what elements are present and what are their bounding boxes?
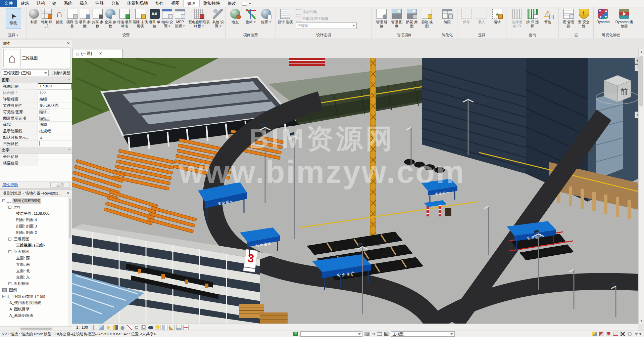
- macro-security-button[interactable]: 宏 安全性: [577, 8, 591, 30]
- select-links-icon[interactable]: [592, 332, 597, 336]
- hidden-lines-value[interactable]: 按规程: [38, 128, 72, 134]
- close-icon[interactable]: [67, 191, 70, 196]
- zone-info-value[interactable]: [38, 154, 72, 160]
- visual-style-icon[interactable]: [99, 325, 104, 330]
- phases-button[interactable]: 阶段: [441, 8, 454, 30]
- decal-types-button[interactable]: 贴花 类型: [405, 8, 418, 30]
- floor-info-value[interactable]: [38, 160, 72, 166]
- tree-item[interactable]: 立面: 南: [0, 261, 72, 268]
- browser-hscrollbar[interactable]: [0, 326, 72, 331]
- view-scale[interactable]: 1 : 100: [74, 325, 90, 329]
- modify-button[interactable]: 修改: [6, 8, 21, 29]
- tree-item[interactable]: 剖面: 剖面 4: [0, 217, 72, 223]
- macro-manager-button[interactable]: 宏 管理器: [562, 8, 575, 30]
- tree-item[interactable]: 楼层平面: 1138.000: [0, 210, 72, 217]
- shadows-icon[interactable]: [113, 325, 118, 330]
- exclude-options-icon[interactable]: [384, 332, 389, 336]
- tree-item-schedules[interactable]: 明细表/数量 (全部): [0, 293, 72, 300]
- worksharing-display-icon[interactable]: [293, 332, 298, 336]
- apply-button[interactable]: 应用: [50, 182, 70, 188]
- render-dialog-icon[interactable]: [120, 325, 125, 330]
- tree-item[interactable]: 立面视图: [0, 249, 72, 255]
- tab-manage[interactable]: 管理: [183, 0, 200, 7]
- highlight-displacement-icon[interactable]: [176, 325, 182, 330]
- edit-selection-button[interactable]: 编辑: [491, 8, 504, 30]
- section-text[interactable]: 文字⌃: [0, 147, 72, 154]
- coordinates-button[interactable]: 坐标: [244, 8, 257, 30]
- reveal-hidden-elements-icon[interactable]: [155, 325, 160, 330]
- ribbon-display-toggle[interactable]: [242, 0, 251, 7]
- purge-unused-button[interactable]: 清除 未使用项: [133, 8, 148, 30]
- position-button[interactable]: 位置: [259, 8, 273, 30]
- tab-collaborate[interactable]: 协作: [152, 0, 167, 7]
- sun-path-icon[interactable]: [106, 325, 111, 330]
- select-by-id-button[interactable]: 按 ID 选择: [526, 8, 539, 30]
- type-selector[interactable]: 三维视图: {三维}: [2, 70, 49, 76]
- tab-massing-site[interactable]: 体量和场地: [123, 0, 152, 7]
- active-design-option-select[interactable]: 主模型: [296, 23, 357, 29]
- tree-item[interactable]: 剖面: 剖面 2: [0, 229, 72, 236]
- starting-view-button[interactable]: 启动 视图: [420, 8, 434, 30]
- hide-analytical-model-icon[interactable]: [169, 325, 175, 330]
- editing-requests-icon[interactable]: [364, 332, 369, 336]
- browser-vscrollbar[interactable]: [68, 197, 72, 326]
- tree-item[interactable]: 面积视图: [0, 281, 72, 287]
- tree-item-current-view[interactable]: 三维视图: {三维}: [0, 242, 72, 249]
- select-pinned-icon[interactable]: [606, 332, 611, 336]
- file-tab[interactable]: 文件: [0, 0, 17, 7]
- tree-item-legends[interactable]: 图例: [0, 287, 72, 293]
- view-scale-value[interactable]: 1 : 100: [38, 83, 72, 89]
- tab-view[interactable]: 视图: [167, 0, 183, 7]
- edit-type-button[interactable]: 编辑类型: [50, 70, 70, 76]
- transfer-standards-button[interactable]: 传递 项目标准: [117, 8, 132, 30]
- tab-architecture[interactable]: 建筑: [17, 0, 33, 7]
- tree-item[interactable]: 三维视图: [0, 236, 72, 242]
- tree-item[interactable]: 立面: 东: [0, 274, 72, 281]
- tab-addins[interactable]: 附加模块: [200, 0, 224, 7]
- design-options-select[interactable]: 主模型: [391, 331, 455, 337]
- tab-insert[interactable]: 插入: [76, 0, 92, 7]
- temporary-view-properties-icon[interactable]: [162, 325, 167, 330]
- section-graphics[interactable]: 图形⌃: [0, 77, 72, 83]
- drawing-area[interactable]: 3 安全通道 安全生产: [72, 58, 638, 324]
- manage-images-button[interactable]: 管理 图像: [390, 8, 403, 30]
- drag-on-selection-icon[interactable]: [620, 332, 625, 336]
- visibility-graphics-edit-button[interactable]: 编辑...: [39, 110, 50, 114]
- global-parameters-button[interactable]: 全局 参数: [104, 8, 116, 30]
- design-options-button[interactable]: 设计 选项: [277, 8, 294, 30]
- snaps-button[interactable]: 捕捉: [53, 8, 65, 30]
- project-browser-title-bar[interactable]: 项目浏览器 - 场地布置--Revit201...: [0, 190, 72, 197]
- tab-analyze[interactable]: 分析: [108, 0, 123, 7]
- materials-button[interactable]: 材质: [28, 8, 40, 30]
- dynamo-button[interactable]: Dynamo: [595, 8, 611, 30]
- tree-item[interactable]: A_使用面积明细表: [0, 300, 72, 306]
- project-info-button[interactable]: 项目 信息: [66, 8, 78, 30]
- lock-3d-view-icon[interactable]: [141, 325, 146, 330]
- tab-annotate[interactable]: 注释: [92, 0, 108, 7]
- tree-item[interactable]: 立面: 西: [0, 255, 72, 261]
- view-tab-3d[interactable]: {三维}: [72, 49, 122, 58]
- temporary-hide-isolate-icon[interactable]: [148, 325, 153, 330]
- project-units-button[interactable]: 0.0 项目 单位: [149, 8, 161, 30]
- tree-item-views[interactable]: 视图 (结构视图): [0, 198, 72, 204]
- select-underlay-icon[interactable]: [599, 332, 604, 336]
- tab-structure[interactable]: 结构: [33, 0, 49, 7]
- object-styles-button[interactable]: 对象 样式: [41, 8, 53, 30]
- parts-visibility-value[interactable]: 显示原状态: [38, 102, 72, 109]
- properties-help-link[interactable]: 属性帮助: [2, 182, 18, 187]
- mep-settings-button[interactable]: MEP 设置: [174, 8, 186, 30]
- detail-level-value[interactable]: 精细: [38, 96, 72, 102]
- structural-settings-button[interactable]: 结构 设置: [161, 8, 174, 30]
- reset-icon[interactable]: [627, 332, 632, 336]
- select-by-face-icon[interactable]: [613, 332, 618, 336]
- worksets-select[interactable]: [300, 331, 362, 337]
- filter-control[interactable]: :0: [634, 332, 642, 336]
- tree-item[interactable]: 立面: 北: [0, 268, 72, 274]
- crop-view-icon[interactable]: [127, 325, 132, 330]
- warnings-button[interactable]: 警告: [541, 8, 555, 30]
- dynamo-player-button[interactable]: Dynamo 播放器: [614, 8, 634, 30]
- reveal-constraints-icon[interactable]: [183, 325, 189, 330]
- show-crop-region-icon[interactable]: [134, 325, 139, 330]
- tree-item[interactable]: ???: [0, 204, 72, 210]
- panel-label-select[interactable]: 选择: [0, 32, 27, 38]
